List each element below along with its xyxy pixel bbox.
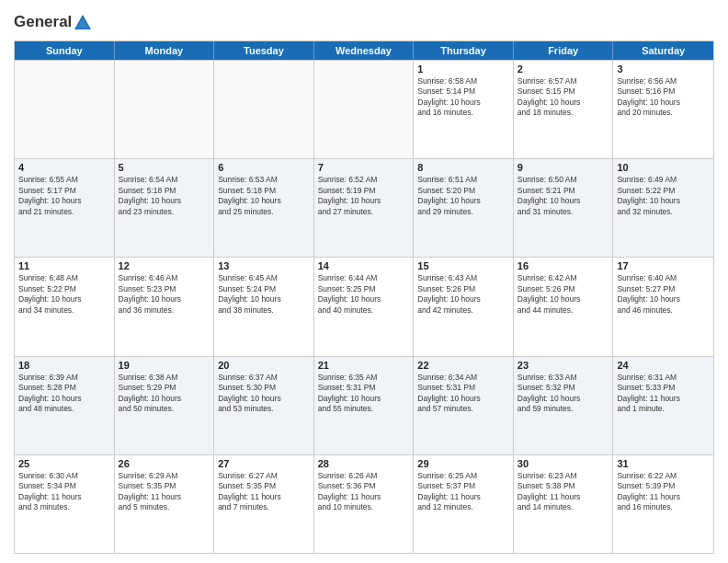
cell-text: Sunrise: 6:44 AM Sunset: 5:25 PM Dayligh… (318, 273, 410, 316)
day-number: 23 (518, 360, 609, 371)
cal-cell: 29Sunrise: 6:25 AM Sunset: 5:37 PM Dayli… (414, 455, 514, 553)
day-number: 8 (417, 162, 509, 173)
logo-icon (73, 13, 93, 33)
cell-text: Sunrise: 6:22 AM Sunset: 5:39 PM Dayligh… (617, 471, 710, 513)
day-number: 30 (518, 458, 609, 469)
day-number: 27 (218, 458, 310, 469)
cal-cell: 12Sunrise: 6:46 AM Sunset: 5:23 PM Dayli… (115, 258, 215, 355)
cal-cell: 14Sunrise: 6:44 AM Sunset: 5:25 PM Dayli… (314, 258, 415, 355)
cal-cell: 31Sunrise: 6:22 AM Sunset: 5:39 PM Dayli… (613, 455, 713, 553)
cell-text: Sunrise: 6:35 AM Sunset: 5:31 PM Dayligh… (318, 373, 410, 415)
cal-cell: 23Sunrise: 6:33 AM Sunset: 5:32 PM Dayli… (514, 357, 614, 454)
day-header-wednesday: Wednesday (314, 41, 415, 60)
day-header-tuesday: Tuesday (214, 41, 314, 60)
cal-cell: 19Sunrise: 6:38 AM Sunset: 5:29 PM Dayli… (115, 357, 215, 454)
cell-text: Sunrise: 6:39 AM Sunset: 5:28 PM Dayligh… (18, 373, 110, 415)
cal-cell: 21Sunrise: 6:35 AM Sunset: 5:31 PM Dayli… (314, 357, 415, 454)
cell-text: Sunrise: 6:34 AM Sunset: 5:31 PM Dayligh… (417, 373, 509, 415)
cell-text: Sunrise: 6:37 AM Sunset: 5:30 PM Dayligh… (218, 373, 310, 415)
day-number: 7 (318, 162, 410, 173)
cal-cell: 25Sunrise: 6:30 AM Sunset: 5:34 PM Dayli… (15, 455, 115, 553)
logo: General (14, 13, 93, 33)
cal-cell: 8Sunrise: 6:51 AM Sunset: 5:20 PM Daylig… (414, 159, 514, 257)
cell-text: Sunrise: 6:48 AM Sunset: 5:22 PM Dayligh… (18, 273, 110, 316)
week-row-3: 11Sunrise: 6:48 AM Sunset: 5:22 PM Dayli… (15, 257, 713, 355)
cal-cell: 27Sunrise: 6:27 AM Sunset: 5:35 PM Dayli… (214, 455, 314, 553)
day-header-monday: Monday (115, 41, 215, 60)
cal-cell: 16Sunrise: 6:42 AM Sunset: 5:26 PM Dayli… (514, 258, 614, 355)
cell-text: Sunrise: 6:29 AM Sunset: 5:35 PM Dayligh… (119, 471, 210, 513)
cal-cell (15, 61, 115, 158)
cal-cell: 6Sunrise: 6:53 AM Sunset: 5:18 PM Daylig… (214, 159, 314, 257)
day-number: 17 (617, 260, 710, 271)
cal-cell: 5Sunrise: 6:54 AM Sunset: 5:18 PM Daylig… (115, 159, 215, 257)
cal-cell: 17Sunrise: 6:40 AM Sunset: 5:27 PM Dayli… (613, 258, 713, 355)
cal-cell: 10Sunrise: 6:49 AM Sunset: 5:22 PM Dayli… (613, 159, 713, 257)
day-number: 4 (18, 162, 110, 173)
cell-text: Sunrise: 6:58 AM Sunset: 5:14 PM Dayligh… (417, 76, 509, 119)
day-number: 2 (518, 63, 609, 75)
day-number: 12 (119, 260, 210, 271)
day-number: 15 (417, 260, 509, 271)
cal-cell: 2Sunrise: 6:57 AM Sunset: 5:15 PM Daylig… (514, 61, 614, 158)
cal-cell: 9Sunrise: 6:50 AM Sunset: 5:21 PM Daylig… (514, 159, 614, 257)
cell-text: Sunrise: 6:33 AM Sunset: 5:32 PM Dayligh… (518, 373, 609, 415)
day-number: 24 (617, 360, 710, 371)
day-number: 10 (617, 162, 710, 173)
cell-text: Sunrise: 6:57 AM Sunset: 5:15 PM Dayligh… (518, 76, 609, 119)
day-number: 14 (318, 260, 410, 271)
day-header-saturday: Saturday (613, 41, 713, 60)
cell-text: Sunrise: 6:53 AM Sunset: 5:18 PM Dayligh… (218, 175, 310, 217)
day-header-sunday: Sunday (15, 41, 115, 60)
day-number: 19 (119, 360, 210, 371)
cal-cell: 15Sunrise: 6:43 AM Sunset: 5:26 PM Dayli… (414, 258, 514, 355)
day-number: 6 (218, 162, 310, 173)
cal-cell: 24Sunrise: 6:31 AM Sunset: 5:33 PM Dayli… (613, 357, 713, 454)
cell-text: Sunrise: 6:54 AM Sunset: 5:18 PM Dayligh… (119, 175, 210, 217)
cal-cell: 7Sunrise: 6:52 AM Sunset: 5:19 PM Daylig… (314, 159, 415, 257)
calendar: SundayMondayTuesdayWednesdayThursdayFrid… (14, 40, 714, 554)
cal-cell: 4Sunrise: 6:55 AM Sunset: 5:17 PM Daylig… (15, 159, 115, 257)
day-number: 9 (518, 162, 609, 173)
cal-cell: 20Sunrise: 6:37 AM Sunset: 5:30 PM Dayli… (214, 357, 314, 454)
day-number: 1 (417, 63, 509, 75)
cal-cell: 13Sunrise: 6:45 AM Sunset: 5:24 PM Dayli… (214, 258, 314, 355)
week-row-2: 4Sunrise: 6:55 AM Sunset: 5:17 PM Daylig… (15, 158, 713, 257)
cell-text: Sunrise: 6:30 AM Sunset: 5:34 PM Dayligh… (18, 471, 110, 513)
cal-cell: 26Sunrise: 6:29 AM Sunset: 5:35 PM Dayli… (115, 455, 215, 553)
cell-text: Sunrise: 6:56 AM Sunset: 5:16 PM Dayligh… (617, 76, 710, 119)
day-number: 25 (18, 458, 110, 469)
cell-text: Sunrise: 6:46 AM Sunset: 5:23 PM Dayligh… (119, 273, 210, 316)
cell-text: Sunrise: 6:23 AM Sunset: 5:38 PM Dayligh… (518, 471, 609, 513)
cal-cell: 3Sunrise: 6:56 AM Sunset: 5:16 PM Daylig… (613, 61, 713, 158)
cal-cell: 1Sunrise: 6:58 AM Sunset: 5:14 PM Daylig… (414, 61, 514, 158)
day-number: 31 (617, 458, 710, 469)
cell-text: Sunrise: 6:42 AM Sunset: 5:26 PM Dayligh… (518, 273, 609, 316)
cell-text: Sunrise: 6:40 AM Sunset: 5:27 PM Dayligh… (617, 273, 710, 316)
cal-cell: 11Sunrise: 6:48 AM Sunset: 5:22 PM Dayli… (15, 258, 115, 355)
week-row-5: 25Sunrise: 6:30 AM Sunset: 5:34 PM Dayli… (15, 454, 713, 553)
header: General (14, 9, 714, 33)
cal-cell: 28Sunrise: 6:26 AM Sunset: 5:36 PM Dayli… (314, 455, 415, 553)
cell-text: Sunrise: 6:27 AM Sunset: 5:35 PM Dayligh… (218, 471, 310, 513)
day-number: 3 (617, 63, 710, 75)
week-row-4: 18Sunrise: 6:39 AM Sunset: 5:28 PM Dayli… (15, 356, 713, 454)
cal-cell: 30Sunrise: 6:23 AM Sunset: 5:38 PM Dayli… (514, 455, 614, 553)
day-number: 22 (417, 360, 509, 371)
cal-cell (214, 61, 314, 158)
day-number: 26 (119, 458, 210, 469)
day-number: 5 (119, 162, 210, 173)
day-number: 16 (518, 260, 609, 271)
cell-text: Sunrise: 6:50 AM Sunset: 5:21 PM Dayligh… (518, 175, 609, 217)
cell-text: Sunrise: 6:26 AM Sunset: 5:36 PM Dayligh… (318, 471, 410, 513)
day-number: 20 (218, 360, 310, 371)
day-header-friday: Friday (514, 41, 614, 60)
day-number: 13 (218, 260, 310, 271)
cell-text: Sunrise: 6:55 AM Sunset: 5:17 PM Dayligh… (18, 175, 110, 217)
cell-text: Sunrise: 6:52 AM Sunset: 5:19 PM Dayligh… (318, 175, 410, 217)
cell-text: Sunrise: 6:38 AM Sunset: 5:29 PM Dayligh… (119, 373, 210, 415)
cell-text: Sunrise: 6:51 AM Sunset: 5:20 PM Dayligh… (417, 175, 509, 217)
week-row-1: 1Sunrise: 6:58 AM Sunset: 5:14 PM Daylig… (15, 60, 713, 158)
logo-text: General (14, 13, 93, 33)
cal-cell: 18Sunrise: 6:39 AM Sunset: 5:28 PM Dayli… (15, 357, 115, 454)
